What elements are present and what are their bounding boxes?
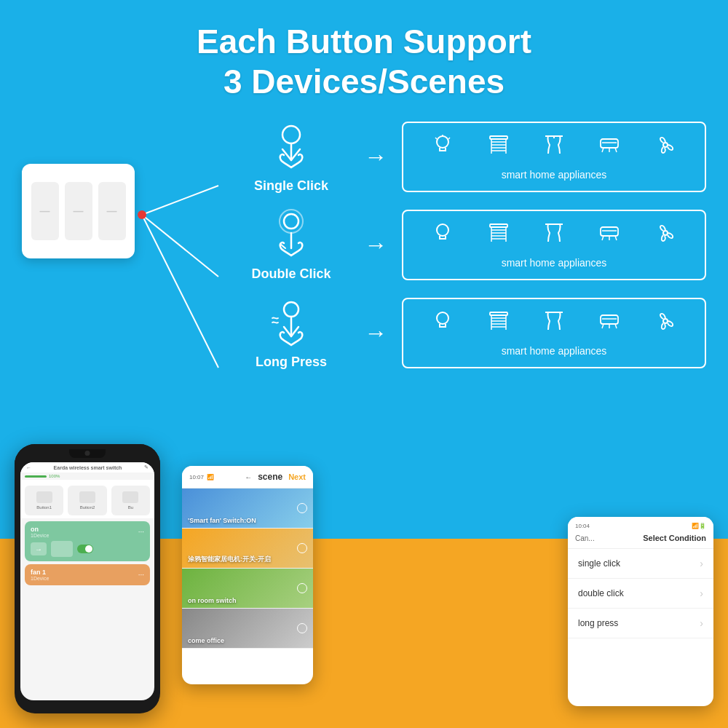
long-press-label: Long Press (256, 355, 327, 370)
phone-back-arrow[interactable]: ← (26, 465, 31, 470)
arrow-3: → (364, 320, 387, 347)
screen2-next[interactable]: Next (288, 472, 306, 481)
svg-line-39 (602, 236, 604, 240)
single-click-icon (268, 120, 315, 175)
light-icon-1 (431, 133, 454, 162)
arrow-1: → (364, 143, 387, 170)
scene-select-1[interactable] (297, 503, 307, 513)
double-click-action: Double Click (233, 208, 349, 282)
device-icons-row-1 (415, 133, 693, 162)
chevron-1: › (700, 558, 703, 569)
svg-line-58 (615, 324, 617, 328)
device-icons-row-2 (415, 221, 693, 250)
ac-icon-3 (598, 309, 621, 338)
actions-column: Single Click → (167, 120, 706, 370)
svg-point-5 (437, 136, 448, 148)
svg-line-22 (615, 148, 617, 152)
long-press-action: Long Press (233, 296, 349, 370)
condition-list: single click › double click › long press… (568, 549, 713, 638)
blinds-icon-3 (487, 309, 510, 338)
svg-line-56 (602, 324, 604, 328)
screen3-title: Select Condition (643, 534, 706, 542)
svg-point-24 (663, 143, 668, 147)
svg-line-9 (448, 138, 450, 139)
scene-label-3: on room switch (188, 597, 237, 604)
phone-card2-label: fan 1 (31, 569, 49, 576)
screen3-status: 10:04 📶🔋 (575, 523, 706, 529)
svg-point-4 (282, 126, 300, 143)
screen3-time: 10:04 (575, 523, 590, 529)
svg-line-41 (615, 236, 617, 240)
svg-point-43 (663, 231, 668, 235)
double-click-icon (268, 208, 315, 263)
fan-icon-2 (654, 221, 677, 250)
svg-line-20 (602, 148, 604, 152)
switch-device-area (22, 164, 167, 258)
fan-icon-1 (654, 133, 677, 162)
phone-card-on: on 1Device ··· → (25, 521, 150, 561)
scene-item-3[interactable]: on room switch (182, 569, 313, 609)
ac-icon-2 (598, 221, 621, 250)
scene-screen: 10:07 📶 ← scene Next 'Smart fan' Switch:… (182, 466, 313, 684)
blinds-icon-1 (487, 133, 510, 162)
double-click-label: Double Click (251, 266, 331, 282)
phone-mockup: ← Earda wireless smart switch ✎ 100% But… (15, 444, 160, 713)
screen2-signal: 📶 (207, 474, 214, 480)
device-label-1: smart home appliances (415, 169, 693, 181)
condition-item-3[interactable]: long press › (568, 609, 713, 638)
svg-rect-38 (601, 227, 618, 236)
scene-select-4[interactable] (297, 623, 307, 633)
chevron-3: › (700, 617, 703, 629)
switch-btn-3[interactable] (98, 182, 126, 240)
svg-rect-30 (490, 224, 507, 227)
scene-item-2[interactable]: 涂鸦智能家居电机:开关-开启 (182, 529, 313, 569)
screen2-back[interactable]: ← (245, 473, 252, 481)
condition-item-1[interactable]: single click › (568, 549, 713, 579)
phone-more-icon-1[interactable]: ··· (138, 528, 144, 536)
screen2-time: 10:07 (189, 474, 204, 480)
single-click-action: Single Click (233, 120, 349, 194)
svg-point-45 (437, 312, 448, 324)
scene-label-2: 涂鸦智能家居电机:开关-开启 (188, 555, 271, 564)
page-title: Each Button Support 3 Devices/Scenes (15, 22, 713, 102)
phone-card-fan: fan 1 1Device ··· (25, 564, 150, 585)
curtain-icon-1 (542, 133, 566, 162)
phone-btn3: Bu (128, 505, 133, 510)
screen3-signal: 📶🔋 (692, 523, 706, 529)
scene-list: 'Smart fan' Switch:ON 涂鸦智能家居电机:开关-开启 on … (182, 488, 313, 649)
scene-label-1: 'Smart fan' Switch:ON (188, 517, 256, 524)
svg-point-60 (663, 319, 668, 323)
scene-item-4[interactable]: come office (182, 609, 313, 649)
chevron-2: › (700, 587, 703, 599)
svg-point-28 (437, 224, 448, 236)
svg-rect-55 (601, 315, 618, 324)
svg-point-25 (284, 214, 298, 229)
phone-screen: ← Earda wireless smart switch ✎ 100% But… (20, 462, 154, 700)
ac-icon-1 (598, 133, 621, 162)
main-container: Each Button Support 3 Devices/Scenes (0, 0, 728, 728)
scene-item-1[interactable]: 'Smart fan' Switch:ON (182, 488, 313, 529)
double-click-row: Double Click → (233, 208, 706, 282)
condition-screen: 10:04 📶🔋 Can... Select Condition single … (568, 517, 713, 706)
phone-btn2: Button2 (80, 505, 95, 510)
single-click-label: Single Click (254, 178, 328, 194)
scene-screen-header: 10:07 📶 ← scene Next (182, 466, 313, 488)
phone-edit-icon[interactable]: ✎ (144, 464, 149, 470)
phone-battery-label: 100% (49, 474, 60, 478)
arrow-2: → (364, 232, 387, 258)
phone-title: Earda wireless smart switch (54, 465, 122, 470)
phone-more-icon-2[interactable]: ··· (138, 571, 144, 579)
scene-label-4: come office (188, 637, 224, 644)
device-label-2: smart home appliances (415, 257, 693, 269)
curtain-icon-2 (542, 221, 566, 250)
condition-item-2[interactable]: double click › (568, 579, 713, 609)
scene-select-2[interactable] (297, 543, 307, 553)
light-icon-2 (431, 221, 454, 250)
switch-btn-2[interactable] (65, 182, 92, 240)
phone-card1-sub: 1Device (31, 533, 49, 538)
switch-btn-1[interactable] (31, 182, 59, 240)
scene-select-3[interactable] (297, 583, 307, 593)
screen2-title: scene (258, 472, 282, 482)
condition-label-3: long press (578, 618, 618, 628)
phone-toggle-1[interactable] (77, 545, 93, 553)
